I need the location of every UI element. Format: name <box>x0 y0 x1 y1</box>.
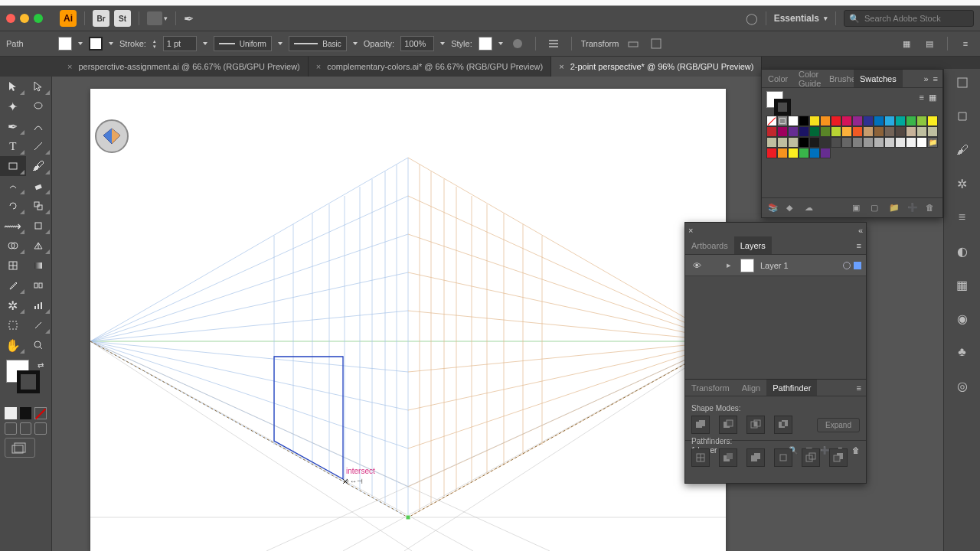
color-themes-icon[interactable]: ◎ <box>953 377 972 395</box>
swatch[interactable] <box>927 116 938 126</box>
swatch[interactable] <box>766 148 777 158</box>
swatch[interactable] <box>809 116 820 126</box>
window-close[interactable] <box>6 14 15 23</box>
fill-swatch[interactable] <box>58 37 72 51</box>
gradient-panel-icon[interactable]: ◐ <box>953 242 972 260</box>
brush-caret[interactable] <box>353 42 358 45</box>
workspace-switcher[interactable]: Essentials ▾ <box>774 13 828 24</box>
swatch[interactable] <box>884 137 895 148</box>
curvature-tool[interactable] <box>26 116 52 136</box>
doc-setup-icon[interactable]: ▦ <box>898 35 915 52</box>
swatch[interactable] <box>809 148 820 158</box>
swatch[interactable] <box>777 126 788 137</box>
symbol-sprayer-tool[interactable]: ✲ <box>0 295 26 315</box>
swatch[interactable] <box>777 116 788 126</box>
swatch[interactable] <box>906 126 916 137</box>
panel-menu-icon[interactable]: ≡ <box>957 35 974 52</box>
brush-def[interactable]: Basic <box>289 36 347 51</box>
swatch[interactable] <box>766 116 777 126</box>
swap-icon[interactable]: ⇄ <box>38 361 44 370</box>
width-tool[interactable]: ⟿ <box>0 216 26 236</box>
stroke-weight-input[interactable] <box>163 36 197 51</box>
fill-stroke-indicator[interactable]: ⇄ <box>3 360 48 403</box>
perspective-grid-tool[interactable] <box>26 236 52 256</box>
swatch[interactable] <box>820 148 831 158</box>
swatch[interactable] <box>874 126 884 137</box>
doc-tab-2[interactable]: ×2-point perspective* @ 96% (RGB/GPU Pre… <box>551 57 762 77</box>
tab-color-guide[interactable]: Color Guide <box>792 70 823 87</box>
expand-icon[interactable]: » <box>923 74 928 83</box>
swatch[interactable] <box>777 137 788 148</box>
doc-tab-1[interactable]: ×complementary-colors.ai* @ 66.67% (RGB/… <box>309 57 551 77</box>
graphic-styles-icon[interactable]: ♣ <box>953 343 972 361</box>
shaper-tool[interactable] <box>0 176 26 196</box>
profile-caret[interactable] <box>278 42 283 45</box>
style-caret[interactable] <box>498 42 503 45</box>
rectangle-tool[interactable] <box>0 156 26 176</box>
swatch[interactable] <box>788 126 799 137</box>
outline-button[interactable] <box>802 448 820 467</box>
close-icon[interactable]: × <box>559 62 564 71</box>
swatch[interactable] <box>841 126 852 137</box>
help-icon[interactable]: ◯ <box>746 12 758 24</box>
swatch[interactable] <box>895 137 906 148</box>
bridge-badge[interactable]: Br <box>93 10 109 27</box>
tab-align[interactable]: Align <box>736 380 766 396</box>
arrange-docs[interactable]: ▾ <box>147 11 168 25</box>
swatch-kind-icon[interactable]: ◆ <box>786 203 797 214</box>
twirl-icon[interactable]: ▸ <box>727 260 734 270</box>
swatch[interactable] <box>852 116 863 126</box>
tab-pathfinder[interactable]: Pathfinder <box>766 380 817 396</box>
opacity-caret[interactable] <box>440 42 445 45</box>
folder-icon[interactable]: 📁 <box>889 203 900 214</box>
none-mode[interactable] <box>34 407 47 419</box>
swatch[interactable] <box>916 116 927 126</box>
free-transform-tool[interactable] <box>26 216 52 236</box>
isolate2-icon[interactable] <box>648 35 665 52</box>
swatch[interactable] <box>831 126 841 137</box>
screen-full[interactable] <box>20 422 32 435</box>
swatch[interactable] <box>906 116 916 126</box>
eyedropper-tool[interactable] <box>0 276 26 295</box>
libraries-icon[interactable] <box>953 107 972 126</box>
stroke-caret[interactable] <box>109 42 113 45</box>
swatch[interactable] <box>809 126 820 137</box>
line-tool[interactable] <box>26 136 52 156</box>
swatch[interactable] <box>831 116 841 126</box>
isolate-icon[interactable] <box>625 35 642 52</box>
magic-wand-tool[interactable]: ✦ <box>0 96 26 116</box>
tab-swatches[interactable]: Swatches <box>854 70 903 87</box>
lasso-tool[interactable] <box>26 96 52 116</box>
target-icon[interactable] <box>843 262 851 269</box>
eraser-tool[interactable] <box>26 176 52 196</box>
perspective-plane-widget[interactable] <box>95 119 129 153</box>
color-mode[interactable] <box>5 407 17 419</box>
new-group-icon[interactable]: ▣ <box>852 203 863 214</box>
rotate-tool[interactable] <box>0 196 26 216</box>
stroke-color[interactable] <box>17 370 40 393</box>
screen-normal[interactable] <box>5 422 17 435</box>
swatch[interactable] <box>788 137 799 148</box>
paintbrush-tool[interactable]: 🖌 <box>26 156 52 176</box>
tab-color[interactable]: Color <box>762 70 792 87</box>
tab-layers[interactable]: Layers <box>734 236 772 254</box>
swatch[interactable] <box>874 116 884 126</box>
layer-name[interactable]: Layer 1 <box>760 261 837 270</box>
mesh-tool[interactable] <box>0 256 26 276</box>
tab-artboards[interactable]: Artboards <box>685 236 734 254</box>
minus-front-button[interactable] <box>719 416 737 434</box>
trim-button[interactable] <box>719 448 737 467</box>
align-icon[interactable] <box>545 35 562 52</box>
brushes-icon[interactable]: 🖌 <box>953 141 972 159</box>
appearance-icon[interactable]: ◉ <box>953 309 972 328</box>
weight-caret[interactable] <box>203 42 207 45</box>
panel-menu-icon[interactable]: ≡ <box>857 241 861 250</box>
scale-tool[interactable] <box>26 196 52 216</box>
pen-tool[interactable]: ✒ <box>0 116 26 136</box>
stroke-panel-icon[interactable]: ≡ <box>953 208 972 227</box>
swatch[interactable] <box>766 137 777 148</box>
type-tool[interactable]: T <box>0 136 26 156</box>
swatch[interactable] <box>863 126 874 137</box>
style-label[interactable]: Style: <box>451 39 472 48</box>
swatch[interactable] <box>799 126 809 137</box>
